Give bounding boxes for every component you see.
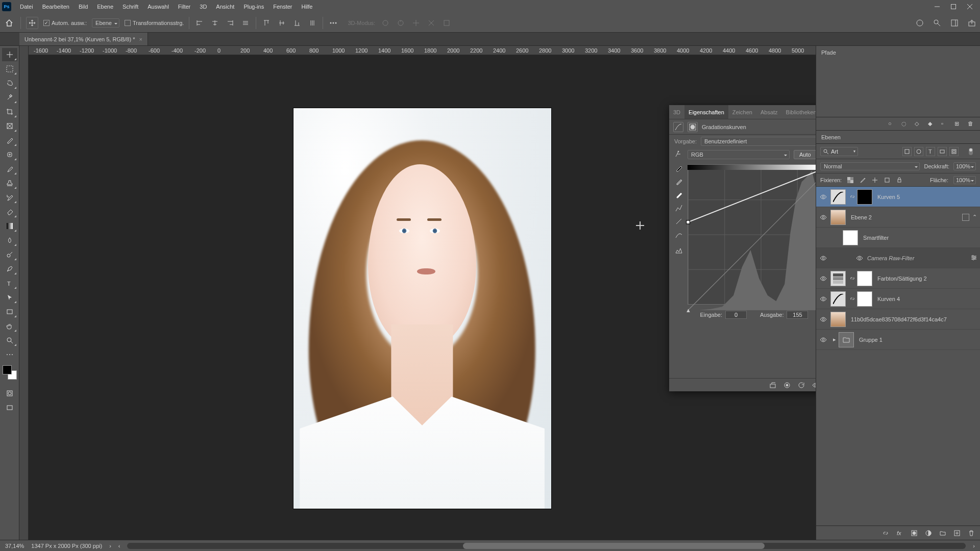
menu-plugins[interactable]: Plug-ins — [239, 0, 268, 13]
panel-tab-properties[interactable]: Eigenschaften — [684, 105, 728, 119]
doc-info-arrow-icon[interactable]: › — [109, 543, 111, 549]
layer-filter-kind[interactable]: ▾ — [820, 147, 858, 156]
paths-panel-tab[interactable]: Pfade — [816, 46, 980, 59]
home-icon[interactable] — [3, 17, 15, 29]
preset-dropdown[interactable]: Benutzerdefiniert — [701, 137, 816, 146]
curves-graph[interactable]: ▲ △ — [688, 164, 816, 305]
new-layer-icon[interactable] — [953, 530, 961, 537]
lock-all-icon[interactable] — [896, 177, 903, 184]
path-selection-icon[interactable]: ◇ — [915, 120, 922, 128]
distribute-v-icon[interactable] — [307, 18, 317, 28]
sample-white-icon[interactable] — [675, 191, 683, 199]
cloud-docs-icon[interactable] — [915, 18, 925, 28]
expand-icon[interactable]: ⌃ — [972, 214, 977, 220]
menu-help[interactable]: Hilfe — [297, 0, 317, 13]
delete-path-icon[interactable]: 🗑 — [968, 120, 975, 128]
blur-tool[interactable] — [2, 234, 17, 247]
menu-type[interactable]: Schrift — [118, 0, 143, 13]
menu-image[interactable]: Bild — [74, 0, 92, 13]
menu-view[interactable]: Ansicht — [211, 0, 239, 13]
align-right-icon[interactable] — [225, 18, 235, 28]
visibility-toggle[interactable] — [816, 336, 830, 343]
black-point-slider[interactable]: ▲ — [685, 307, 691, 313]
layer-name[interactable]: Ebene 2 — [848, 214, 962, 220]
panel-tab-character[interactable]: Zeichen — [728, 105, 756, 119]
new-group-icon[interactable] — [939, 530, 946, 537]
lock-pixels-icon[interactable] — [859, 177, 866, 184]
chevron-right-icon[interactable]: ▸ — [830, 336, 839, 343]
lock-position-icon[interactable] — [871, 177, 878, 184]
clip-to-layer-icon[interactable] — [769, 381, 777, 389]
document-tab[interactable]: Unbenannt-2 bei 37,1% (Kurven 5, RGB/8) … — [19, 33, 148, 45]
layer-row[interactable]: ▸Gruppe 1 — [816, 330, 980, 350]
toggle-visibility-icon[interactable] — [812, 381, 816, 389]
scroll-right-icon[interactable]: › — [973, 543, 975, 549]
layer-row[interactable]: 11b0d5dcae835708d472f6d3f14ca4c7 — [816, 309, 980, 330]
layer-name[interactable]: 11b0d5dcae835708d472f6d3f14ca4c7 — [848, 316, 980, 322]
layer-style-icon[interactable]: fx — [896, 530, 903, 537]
layer-row[interactable]: Camera Raw-Filter — [816, 248, 980, 268]
blend-mode-dropdown[interactable]: Normal — [820, 162, 920, 170]
filter-options-icon[interactable] — [971, 255, 977, 262]
quick-mask-icon[interactable] — [2, 387, 17, 400]
move-tool-icon[interactable] — [26, 17, 38, 29]
draw-curve-icon[interactable] — [675, 217, 683, 226]
layer-name[interactable]: Smartfilter — [860, 235, 980, 241]
smooth-icon[interactable] — [675, 231, 683, 239]
stamp-tool[interactable] — [2, 177, 17, 190]
align-top-icon[interactable] — [261, 18, 272, 28]
layer-name[interactable]: Gruppe 1 — [856, 337, 980, 343]
window-close-button[interactable] — [962, 0, 978, 13]
align-center-h-icon[interactable] — [210, 18, 220, 28]
lasso-tool[interactable] — [2, 77, 17, 90]
filter-adjust-icon[interactable] — [914, 147, 923, 156]
crop-tool[interactable] — [2, 105, 17, 118]
layer-row[interactable]: Ebene 2⌃ — [816, 207, 980, 228]
filter-smart-icon[interactable] — [949, 147, 959, 156]
color-swatches[interactable] — [3, 365, 17, 380]
path-stroke-icon[interactable]: ◌ — [901, 120, 909, 128]
menu-layer[interactable]: Ebene — [92, 0, 118, 13]
visibility-toggle[interactable] — [816, 316, 830, 323]
new-adjustment-icon[interactable] — [925, 530, 932, 537]
transform-controls-checkbox[interactable]: Transformationsstrg. — [125, 20, 184, 26]
screen-mode-icon[interactable] — [2, 401, 17, 414]
align-left-icon[interactable] — [194, 18, 205, 28]
eraser-tool[interactable] — [2, 205, 17, 218]
menu-filter[interactable]: Filter — [174, 0, 195, 13]
type-tool[interactable]: T — [2, 277, 17, 290]
link-icon[interactable] — [849, 296, 856, 302]
layers-panel-tab[interactable]: Ebenen — [816, 131, 980, 144]
zoom-tool[interactable] — [2, 334, 17, 347]
doc-info[interactable]: 1347 Px x 2000 Px (300 ppi) — [31, 543, 102, 549]
panel-tab-libraries[interactable]: Bibliotheken — [782, 105, 816, 119]
menu-file[interactable]: Datei — [15, 0, 38, 13]
filter-toggle[interactable] — [969, 148, 973, 155]
workspace-icon[interactable] — [949, 18, 960, 28]
brush-tool[interactable] — [2, 162, 17, 176]
panel-tab-paragraph[interactable]: Absatz — [756, 105, 782, 119]
path-fill-icon[interactable]: ○ — [888, 120, 895, 128]
auto-button[interactable]: Auto — [794, 150, 816, 159]
show-clipping-icon[interactable] — [675, 247, 683, 255]
align-bottom-icon[interactable] — [292, 18, 302, 28]
fill-value[interactable]: 100% — [953, 176, 976, 184]
dodge-tool[interactable] — [2, 248, 17, 261]
layer-row[interactable]: Farbton/Sättigung 2 — [816, 268, 980, 289]
history-brush-tool[interactable] — [2, 191, 17, 204]
menu-edit[interactable]: Bearbeiten — [38, 0, 74, 13]
menu-3d[interactable]: 3D — [195, 0, 211, 13]
close-tab-icon[interactable]: × — [139, 36, 142, 42]
hand-tool[interactable] — [2, 319, 17, 333]
scroll-left-icon[interactable]: ‹ — [118, 543, 120, 549]
more-tools-icon[interactable] — [2, 348, 17, 361]
more-options-icon[interactable] — [328, 18, 338, 28]
panel-tab-3d[interactable]: 3D — [669, 105, 684, 119]
layer-name[interactable]: Kurven 5 — [874, 194, 980, 200]
auto-select-checkbox[interactable]: Autom. ausw.: — [43, 20, 87, 26]
distribute-h-icon[interactable] — [240, 18, 251, 28]
lock-transparent-icon[interactable] — [847, 177, 854, 184]
on-image-adjust-icon[interactable] — [674, 150, 683, 159]
filter-shape-icon[interactable] — [938, 147, 947, 156]
visibility-toggle[interactable] — [816, 214, 830, 221]
